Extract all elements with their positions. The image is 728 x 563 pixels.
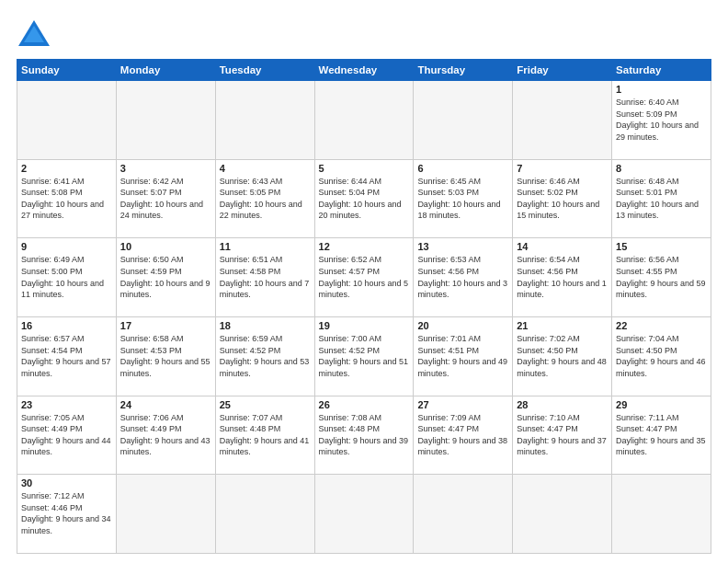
calendar-table: SundayMondayTuesdayWednesdayThursdayFrid… [17, 59, 711, 554]
week-row-5: 23Sunrise: 7:05 AM Sunset: 4:49 PM Dayli… [17, 396, 711, 475]
header [17, 17, 711, 52]
day-info: Sunrise: 7:10 AM Sunset: 4:47 PM Dayligh… [517, 412, 608, 458]
day-info: Sunrise: 6:56 AM Sunset: 4:55 PM Dayligh… [616, 254, 707, 300]
calendar-cell [314, 475, 414, 554]
weekday-sunday: Sunday [17, 60, 117, 81]
day-number: 11 [220, 241, 311, 252]
day-number: 30 [21, 477, 112, 488]
day-info: Sunrise: 6:43 AM Sunset: 5:05 PM Dayligh… [220, 176, 311, 222]
calendar-cell: 7Sunrise: 6:46 AM Sunset: 5:02 PM Daylig… [513, 159, 612, 238]
day-number: 18 [220, 320, 311, 331]
day-number: 8 [616, 163, 707, 174]
page: SundayMondayTuesdayWednesdayThursdayFrid… [0, 0, 728, 563]
day-number: 16 [21, 320, 112, 331]
week-row-1: 1Sunrise: 6:40 AM Sunset: 5:09 PM Daylig… [17, 81, 711, 160]
day-number: 23 [21, 399, 112, 410]
day-number: 22 [616, 320, 707, 331]
calendar-cell: 9Sunrise: 6:49 AM Sunset: 5:00 PM Daylig… [17, 238, 117, 317]
calendar-cell: 5Sunrise: 6:44 AM Sunset: 5:04 PM Daylig… [314, 159, 414, 238]
day-number: 25 [220, 399, 311, 410]
day-info: Sunrise: 6:48 AM Sunset: 5:01 PM Dayligh… [616, 176, 707, 222]
week-row-2: 2Sunrise: 6:41 AM Sunset: 5:08 PM Daylig… [17, 159, 711, 238]
day-number: 15 [616, 241, 707, 252]
weekday-thursday: Thursday [414, 60, 513, 81]
day-number: 5 [319, 163, 410, 174]
weekday-monday: Monday [116, 60, 215, 81]
calendar-cell: 19Sunrise: 7:00 AM Sunset: 4:52 PM Dayli… [314, 316, 414, 396]
day-info: Sunrise: 6:54 AM Sunset: 4:56 PM Dayligh… [517, 254, 608, 300]
day-number: 13 [417, 241, 508, 252]
calendar-cell: 3Sunrise: 6:42 AM Sunset: 5:07 PM Daylig… [116, 159, 215, 238]
day-number: 20 [417, 320, 508, 331]
day-info: Sunrise: 7:08 AM Sunset: 4:48 PM Dayligh… [319, 412, 410, 458]
day-number: 29 [616, 399, 707, 410]
calendar-cell [215, 81, 314, 160]
calendar-cell: 11Sunrise: 6:51 AM Sunset: 4:58 PM Dayli… [215, 238, 314, 317]
calendar-cell: 17Sunrise: 6:58 AM Sunset: 4:53 PM Dayli… [116, 316, 215, 396]
calendar-cell: 21Sunrise: 7:02 AM Sunset: 4:50 PM Dayli… [513, 316, 612, 396]
calendar-cell: 29Sunrise: 7:11 AM Sunset: 4:47 PM Dayli… [612, 396, 711, 475]
day-info: Sunrise: 7:00 AM Sunset: 4:52 PM Dayligh… [319, 333, 410, 379]
day-info: Sunrise: 7:11 AM Sunset: 4:47 PM Dayligh… [616, 412, 707, 458]
day-info: Sunrise: 7:04 AM Sunset: 4:50 PM Dayligh… [616, 333, 707, 379]
calendar-cell: 8Sunrise: 6:48 AM Sunset: 5:01 PM Daylig… [612, 159, 711, 238]
day-info: Sunrise: 6:59 AM Sunset: 4:52 PM Dayligh… [220, 333, 311, 379]
day-info: Sunrise: 6:51 AM Sunset: 4:58 PM Dayligh… [220, 254, 311, 300]
day-info: Sunrise: 6:52 AM Sunset: 4:57 PM Dayligh… [319, 254, 410, 300]
day-number: 17 [120, 320, 211, 331]
day-info: Sunrise: 6:44 AM Sunset: 5:04 PM Dayligh… [319, 176, 410, 222]
day-info: Sunrise: 6:53 AM Sunset: 4:56 PM Dayligh… [417, 254, 508, 300]
week-row-3: 9Sunrise: 6:49 AM Sunset: 5:00 PM Daylig… [17, 238, 711, 317]
day-info: Sunrise: 6:57 AM Sunset: 4:54 PM Dayligh… [21, 333, 112, 379]
weekday-saturday: Saturday [612, 60, 711, 81]
week-row-6: 30Sunrise: 7:12 AM Sunset: 4:46 PM Dayli… [17, 475, 711, 554]
day-number: 14 [517, 241, 608, 252]
weekday-header-row: SundayMondayTuesdayWednesdayThursdayFrid… [17, 60, 711, 81]
calendar-cell: 24Sunrise: 7:06 AM Sunset: 4:49 PM Dayli… [116, 396, 215, 475]
calendar-cell: 27Sunrise: 7:09 AM Sunset: 4:47 PM Dayli… [414, 396, 513, 475]
weekday-tuesday: Tuesday [215, 60, 314, 81]
day-number: 19 [319, 320, 410, 331]
day-info: Sunrise: 6:46 AM Sunset: 5:02 PM Dayligh… [517, 176, 608, 222]
week-row-4: 16Sunrise: 6:57 AM Sunset: 4:54 PM Dayli… [17, 316, 711, 396]
day-info: Sunrise: 7:01 AM Sunset: 4:51 PM Dayligh… [417, 333, 508, 379]
calendar-cell: 18Sunrise: 6:59 AM Sunset: 4:52 PM Dayli… [215, 316, 314, 396]
day-number: 10 [120, 241, 211, 252]
day-info: Sunrise: 7:12 AM Sunset: 4:46 PM Dayligh… [21, 490, 112, 536]
calendar-cell: 13Sunrise: 6:53 AM Sunset: 4:56 PM Dayli… [414, 238, 513, 317]
weekday-friday: Friday [513, 60, 612, 81]
calendar-cell [414, 475, 513, 554]
day-info: Sunrise: 7:05 AM Sunset: 4:49 PM Dayligh… [21, 412, 112, 458]
calendar-cell: 28Sunrise: 7:10 AM Sunset: 4:47 PM Dayli… [513, 396, 612, 475]
calendar-cell: 2Sunrise: 6:41 AM Sunset: 5:08 PM Daylig… [17, 159, 117, 238]
calendar-cell: 1Sunrise: 6:40 AM Sunset: 5:09 PM Daylig… [612, 81, 711, 160]
calendar-cell [215, 475, 314, 554]
day-number: 2 [21, 163, 112, 174]
day-info: Sunrise: 6:45 AM Sunset: 5:03 PM Dayligh… [417, 176, 508, 222]
day-info: Sunrise: 6:40 AM Sunset: 5:09 PM Dayligh… [616, 97, 707, 143]
calendar-cell [513, 475, 612, 554]
day-number: 28 [517, 399, 608, 410]
calendar-cell: 25Sunrise: 7:07 AM Sunset: 4:48 PM Dayli… [215, 396, 314, 475]
day-number: 12 [319, 241, 410, 252]
day-number: 24 [120, 399, 211, 410]
calendar-cell: 23Sunrise: 7:05 AM Sunset: 4:49 PM Dayli… [17, 396, 117, 475]
calendar-cell: 22Sunrise: 7:04 AM Sunset: 4:50 PM Dayli… [612, 316, 711, 396]
calendar-cell: 16Sunrise: 6:57 AM Sunset: 4:54 PM Dayli… [17, 316, 117, 396]
day-info: Sunrise: 6:58 AM Sunset: 4:53 PM Dayligh… [120, 333, 211, 379]
calendar-cell [513, 81, 612, 160]
calendar-cell [414, 81, 513, 160]
day-info: Sunrise: 6:50 AM Sunset: 4:59 PM Dayligh… [120, 254, 211, 300]
weekday-wednesday: Wednesday [314, 60, 414, 81]
calendar-cell: 26Sunrise: 7:08 AM Sunset: 4:48 PM Dayli… [314, 396, 414, 475]
calendar-cell [612, 475, 711, 554]
calendar-cell: 20Sunrise: 7:01 AM Sunset: 4:51 PM Dayli… [414, 316, 513, 396]
calendar-cell: 12Sunrise: 6:52 AM Sunset: 4:57 PM Dayli… [314, 238, 414, 317]
calendar-cell [17, 81, 117, 160]
day-info: Sunrise: 6:41 AM Sunset: 5:08 PM Dayligh… [21, 176, 112, 222]
day-info: Sunrise: 7:06 AM Sunset: 4:49 PM Dayligh… [120, 412, 211, 458]
day-info: Sunrise: 7:02 AM Sunset: 4:50 PM Dayligh… [517, 333, 608, 379]
calendar-cell: 6Sunrise: 6:45 AM Sunset: 5:03 PM Daylig… [414, 159, 513, 238]
day-info: Sunrise: 6:49 AM Sunset: 5:00 PM Dayligh… [21, 254, 112, 300]
day-number: 3 [120, 163, 211, 174]
